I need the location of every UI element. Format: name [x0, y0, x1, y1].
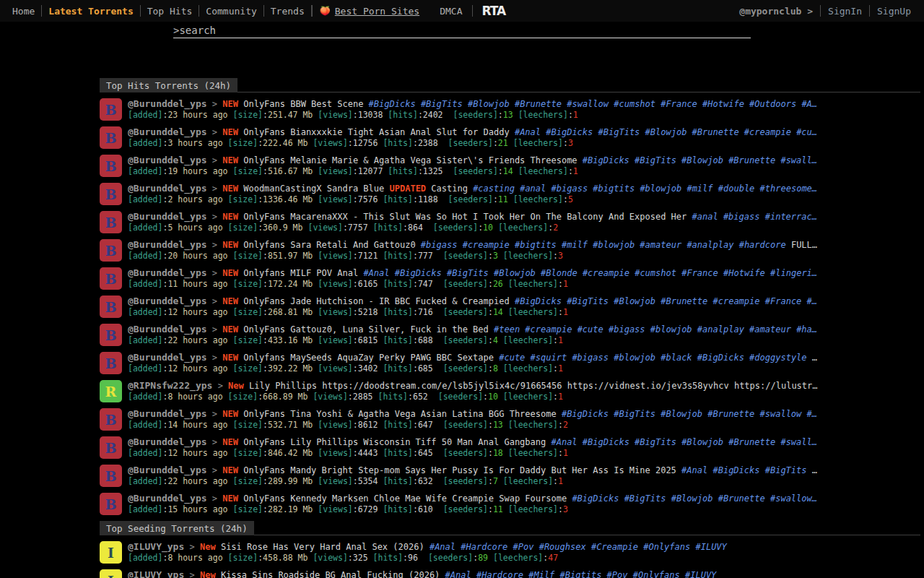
user-link[interactable]: @Burunddel_yps — [128, 352, 207, 363]
tag-link[interactable]: #BigDicks — [562, 409, 609, 419]
tag-link[interactable]: #ILUVY — [695, 542, 726, 552]
torrent-title[interactable]: OnlyFans Kennedy Marksen Chloe Mae Wife … — [243, 493, 567, 504]
tag-link[interactable]: #BigTits — [635, 437, 676, 447]
tag-link[interactable]: #Brunette — [707, 409, 754, 419]
tag-link[interactable]: #Roughsex — [539, 542, 586, 552]
tag-link[interactable]: #Brunette — [728, 437, 775, 447]
tag-link[interactable]: #Blowjob — [645, 127, 687, 137]
tag-link[interactable]: #cumshot — [614, 99, 655, 109]
tag-link[interactable]: #bigass — [609, 324, 645, 335]
tag-link[interactable]: #blowjob — [640, 184, 681, 194]
tag-link[interactable]: #bigtits — [593, 184, 635, 194]
nav-item-home[interactable]: Home — [6, 6, 41, 17]
tag-link[interactable]: #BigDicks — [583, 437, 629, 447]
user-avatar[interactable]: B — [100, 352, 122, 374]
torrent-title[interactable]: Casting — [431, 184, 468, 194]
tag-link[interactable]: #blowjob — [650, 324, 692, 335]
nav-item-trends[interactable]: Trends — [264, 6, 311, 17]
tag-link[interactable]: #Anal — [445, 570, 471, 578]
signup-link[interactable]: SignUp — [870, 6, 918, 17]
tag-link[interactable]: #BigDicks — [712, 465, 759, 475]
tag-link[interactable]: #BigTits — [635, 155, 676, 165]
user-link[interactable]: @Burunddel_yps — [128, 324, 207, 335]
user-link[interactable]: @Burunddel_yps — [128, 211, 207, 222]
torrent-title[interactable]: OnlyFans MacarenaXXX - This Slut Was So … — [243, 212, 687, 222]
tag-link[interactable]: #BigDicks — [369, 99, 416, 109]
user-link[interactable]: @RIPNsfw222_yps — [128, 380, 212, 391]
user-link[interactable]: @Burunddel_yps — [128, 408, 207, 419]
tag-link[interactable]: #Bigtits — [560, 570, 602, 578]
tag-link[interactable]: #France — [681, 268, 718, 278]
tag-link[interactable]: #Onlyfans — [633, 570, 680, 578]
user-avatar[interactable]: B — [100, 493, 122, 515]
tag-link[interactable]: #creampie — [713, 296, 760, 306]
tag-link[interactable]: #milf — [687, 184, 712, 194]
tag-link[interactable]: #France — [661, 99, 697, 109]
user-link[interactable]: @Burunddel_yps — [128, 436, 207, 447]
tag-link[interactable]: #Hardcore — [476, 570, 523, 578]
tag-link[interactable]: #ha… — [796, 324, 817, 335]
tag-link[interactable]: #bigtits — [515, 240, 557, 250]
torrent-title[interactable]: OnlyFans Gattouz0, Luna Silver, Fuck in … — [243, 324, 489, 335]
tag-link[interactable]: #swall… — [780, 155, 817, 165]
tag-link[interactable]: #BigTits — [624, 493, 666, 504]
tag-link[interactable]: #BigTits — [598, 127, 640, 137]
tag-link[interactable]: #black — [661, 353, 692, 363]
torrent-title[interactable]: FULL… — [791, 240, 817, 250]
tag-link[interactable]: #Hardcore — [461, 542, 507, 552]
tag-link[interactable]: #BigTits — [765, 465, 807, 475]
tag-link[interactable]: #A… — [801, 99, 817, 109]
tag-link[interactable]: #creampie — [583, 268, 629, 278]
tag-link[interactable]: #Anal — [430, 542, 456, 552]
user-link[interactable]: @Burunddel_yps — [128, 98, 207, 109]
account-menu[interactable]: @mypornclub > — [732, 6, 820, 17]
tag-link[interactable]: #Milf — [528, 570, 554, 578]
tag-link[interactable]: #doggystyle — [749, 353, 806, 363]
tag-link[interactable]: #creampie — [525, 324, 572, 335]
nav-item-latest-torrents[interactable]: Latest Torrents — [42, 6, 139, 17]
tag-link[interactable]: #Blowjob — [671, 493, 713, 504]
torrent-title[interactable]: … — [812, 353, 817, 363]
tag-link[interactable]: #Blowjob — [681, 437, 723, 447]
tag-link[interactable]: #hardcore — [739, 240, 786, 250]
tag-link[interactable]: #Anal — [551, 437, 577, 447]
user-avatar[interactable]: B — [100, 183, 122, 205]
tag-link[interactable]: #bigass — [421, 240, 458, 250]
tag-link[interactable]: #BigDicks — [546, 127, 593, 137]
user-link[interactable]: @Burunddel_yps — [128, 183, 207, 194]
user-link[interactable]: @ILUVY_yps — [128, 569, 184, 578]
user-avatar[interactable]: I — [100, 541, 122, 564]
tag-link[interactable]: #Pov — [513, 542, 534, 552]
torrent-title[interactable]: OnlyFans Mandy Bright Step-mom Says Her … — [243, 465, 676, 475]
user-link[interactable]: @Burunddel_yps — [128, 465, 207, 475]
tag-link[interactable]: #milf — [562, 240, 588, 250]
tag-link[interactable]: #cumshot — [635, 268, 676, 278]
tag-link[interactable]: #cute — [499, 353, 525, 363]
dmca-link[interactable]: DMCA — [427, 6, 472, 17]
tag-link[interactable]: #Blowjob — [681, 155, 723, 165]
tag-link[interactable]: #casting — [473, 184, 515, 194]
torrent-title[interactable]: OnlyFans Tina Yoshi & Agatha Vega Asian … — [243, 409, 556, 419]
torrent-title[interactable]: OnlyFans Melanie Marie & Agatha Vega Sis… — [243, 155, 577, 165]
tag-link[interactable]: #amateur — [640, 240, 681, 250]
tag-link[interactable]: #teen — [494, 324, 520, 335]
tag-link[interactable]: #cu… — [796, 127, 817, 137]
tag-link[interactable]: #analplay — [687, 240, 733, 250]
tag-link[interactable]: #BigDicks — [395, 268, 442, 278]
tag-link[interactable]: #double — [718, 184, 755, 194]
user-link[interactable]: @Burunddel_yps — [128, 126, 207, 137]
user-link[interactable]: @ILUVY_yps — [128, 541, 184, 552]
torrent-title[interactable]: WoodmanCastingX Sandra Blue — [243, 184, 384, 194]
user-link[interactable]: @Burunddel_yps — [128, 155, 207, 165]
tag-link[interactable]: #bigass — [572, 353, 609, 363]
tag-link[interactable]: #Brunette — [718, 493, 765, 504]
tag-link[interactable]: #squirt — [531, 353, 567, 363]
tag-link[interactable]: #swallow — [760, 409, 802, 419]
tag-link[interactable]: #amateur — [749, 324, 791, 335]
user-link[interactable]: @Burunddel_yps — [128, 493, 207, 504]
nav-item-top-hits[interactable]: Top Hits — [141, 6, 199, 17]
tag-link[interactable]: #BigTits — [447, 268, 489, 278]
user-link[interactable]: @Burunddel_yps — [128, 239, 207, 250]
torrent-title[interactable]: OnlyFans Jade Hutchison - IR BBC Fucked … — [243, 296, 509, 306]
user-avatar[interactable]: B — [100, 296, 122, 318]
